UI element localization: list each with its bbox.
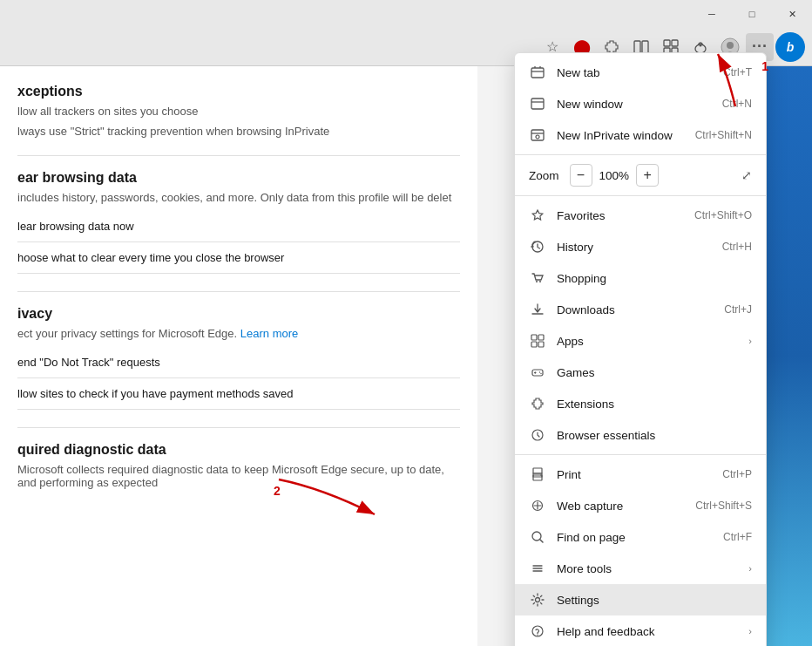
zoom-plus-button[interactable]: + — [636, 164, 659, 187]
new-inprivate-label: New InPrivate window — [557, 129, 695, 142]
diagnostic-section: quired diagnostic data Microsoft collect… — [17, 442, 460, 489]
print-shortcut: Ctrl+P — [722, 468, 752, 480]
exceptions-sub1: llow all trackers on sites you choose — [17, 105, 460, 118]
svg-point-9 — [727, 42, 734, 49]
diagnostic-desc: Microsoft collects required diagnostic d… — [17, 463, 460, 489]
shopping-label: Shopping — [557, 272, 752, 285]
divider-1 — [515, 154, 766, 155]
menu-item-new-window[interactable]: New window Ctrl+N — [515, 88, 766, 119]
menu-item-extensions[interactable]: Extensions — [515, 388, 766, 419]
new-window-label: New window — [557, 98, 722, 111]
new-tab-shortcut: Ctrl+T — [723, 66, 752, 78]
settings-menu-label: Settings — [557, 594, 752, 607]
maximize-button[interactable]: □ — [732, 0, 772, 28]
menu-item-favorites[interactable]: Favorites Ctrl+Shift+O — [515, 200, 766, 231]
svg-point-16 — [539, 281, 541, 282]
menu-item-history[interactable]: History Ctrl+H — [515, 231, 766, 262]
title-bar: ─ □ ✕ — [0, 0, 812, 28]
divider-3 — [515, 454, 766, 455]
payment-methods[interactable]: llow sites to check if you have payment … — [17, 378, 460, 410]
settings-menu-icon — [529, 591, 546, 609]
svg-rect-1 — [642, 41, 648, 53]
inprivate-icon — [529, 126, 546, 144]
clear-browsing-now[interactable]: lear browsing data now — [17, 211, 460, 242]
close-button[interactable]: ✕ — [772, 0, 812, 28]
favorites-shortcut: Ctrl+Shift+O — [694, 209, 752, 221]
history-shortcut: Ctrl+H — [722, 241, 752, 253]
diagnostic-heading: quired diagnostic data — [17, 442, 460, 458]
svg-rect-2 — [664, 40, 670, 46]
svg-rect-3 — [672, 40, 678, 46]
svg-point-22 — [539, 371, 540, 372]
menu-item-browser-essentials[interactable]: Browser essentials — [515, 419, 766, 451]
svg-rect-11 — [531, 99, 544, 109]
window-controls: ─ □ ✕ — [692, 0, 812, 28]
minimize-button[interactable]: ─ — [692, 0, 732, 28]
zoom-minus-button[interactable]: − — [570, 164, 592, 187]
exceptions-heading: xceptions — [17, 84, 460, 99]
svg-rect-18 — [538, 335, 544, 340]
menu-item-more-tools[interactable]: More tools › — [515, 553, 766, 584]
exceptions-section: xceptions llow all trackers on sites you… — [17, 84, 460, 138]
apps-icon — [529, 332, 546, 350]
bing-icon[interactable]: b — [775, 32, 805, 62]
menu-item-shopping[interactable]: Shopping — [515, 262, 766, 294]
downloads-shortcut: Ctrl+J — [724, 303, 752, 316]
extensions-menu-label: Extensions — [557, 398, 752, 411]
svg-point-30 — [536, 598, 540, 602]
svg-point-13 — [536, 135, 539, 139]
new-inprivate-shortcut: Ctrl+Shift+N — [695, 129, 752, 141]
choose-what-to-clear[interactable]: hoose what to clear every time you close… — [17, 242, 460, 274]
history-label: History — [557, 241, 722, 254]
browser-menu: New tab Ctrl+T New window Ctrl+N New InP… — [514, 52, 767, 646]
menu-item-new-tab[interactable]: New tab Ctrl+T — [515, 57, 766, 88]
menu-item-new-inprivate[interactable]: New InPrivate window Ctrl+Shift+N — [515, 119, 766, 151]
zoom-row: Zoom − 100% + ⤢ — [515, 159, 766, 192]
zoom-expand-icon[interactable]: ⤢ — [741, 168, 752, 182]
blue-panel — [760, 66, 812, 646]
svg-point-15 — [536, 281, 538, 282]
more-tools-arrow: › — [748, 563, 752, 574]
find-on-page-label: Find on page — [557, 531, 723, 544]
find-icon — [529, 528, 546, 546]
more-tools-label: More tools — [557, 562, 741, 575]
svg-point-32 — [537, 635, 538, 636]
learn-more-link[interactable]: Learn more — [240, 327, 298, 340]
new-window-icon — [529, 95, 546, 112]
privacy-heading: ivacy — [17, 306, 460, 322]
help-label: Help and feedback — [557, 625, 741, 638]
menu-item-downloads[interactable]: Downloads Ctrl+J — [515, 294, 766, 325]
menu-item-help[interactable]: Help and feedback › — [515, 615, 766, 646]
menu-item-games[interactable]: Games — [515, 357, 766, 388]
svg-point-27 — [540, 474, 542, 476]
menu-item-find-on-page[interactable]: Find on page Ctrl+F — [515, 521, 766, 553]
browser-essentials-label: Browser essentials — [557, 429, 752, 442]
apps-label: Apps — [557, 335, 741, 348]
print-label: Print — [557, 468, 722, 481]
menu-item-settings[interactable]: Settings — [515, 584, 766, 615]
clear-browsing-desc: includes history, passwords, cookies, an… — [17, 191, 460, 204]
menu-item-print[interactable]: Print Ctrl+P — [515, 459, 766, 490]
essentials-icon — [529, 426, 546, 444]
svg-rect-21 — [532, 370, 543, 376]
settings-content: xceptions llow all trackers on sites you… — [0, 66, 477, 646]
games-label: Games — [557, 366, 752, 379]
history-icon — [529, 238, 546, 255]
privacy-section: ivacy ect your privacy settings for Micr… — [17, 306, 460, 410]
games-icon — [529, 364, 546, 381]
menu-item-web-capture[interactable]: Web capture Ctrl+Shift+S — [515, 490, 766, 521]
apps-arrow: › — [748, 336, 752, 346]
svg-rect-0 — [634, 41, 640, 53]
web-capture-icon — [529, 497, 546, 514]
do-not-track[interactable]: end "Do Not Track" requests — [17, 347, 460, 378]
exceptions-sub2: lways use "Strict" tracking prevention w… — [17, 125, 460, 138]
menu-item-apps[interactable]: Apps › — [515, 325, 766, 357]
web-capture-shortcut: Ctrl+Shift+S — [695, 500, 752, 512]
new-tab-label: New tab — [557, 66, 723, 79]
downloads-icon — [529, 301, 546, 318]
downloads-label: Downloads — [557, 303, 724, 316]
zoom-value: 100% — [599, 169, 630, 182]
clear-browsing-heading: ear browsing data — [17, 170, 460, 186]
favorites-menu-icon — [529, 207, 546, 224]
find-on-page-shortcut: Ctrl+F — [723, 531, 752, 543]
